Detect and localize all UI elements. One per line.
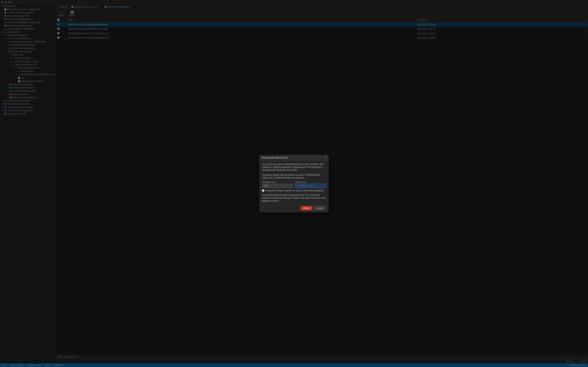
- verification-field: Verification Code:: [262, 181, 293, 188]
- confirm-input[interactable]: [295, 184, 326, 188]
- modal-close-button[interactable]: ✕: [324, 157, 326, 159]
- disable-captcha-row: Disable this "Numeric Captcha" for all f…: [262, 190, 326, 192]
- disable-captcha-checkbox[interactable]: [262, 190, 264, 192]
- modal-delete-button[interactable]: Delete: [301, 206, 312, 210]
- confirm-field: Confirm Code:: [295, 181, 326, 188]
- modal-body: Are you sure you want to delete selected…: [260, 160, 328, 202]
- modal-codes: Verification Code: Confirm Code:: [262, 181, 326, 188]
- disable-captcha-label: Disable this "Numeric Captcha" for all f…: [265, 190, 324, 192]
- modal-footer: Delete Cancel: [260, 204, 328, 212]
- confirm-label: Confirm Code:: [295, 181, 326, 183]
- verification-label: Verification Code:: [262, 181, 293, 183]
- modal-title: Delete Dead Letter Events: [262, 157, 288, 159]
- modal-overlay: Delete Dead Letter Events ✕ Are you sure…: [0, 0, 588, 367]
- modal-info-text: Items will be deleted through a backgrou…: [262, 193, 326, 202]
- modal-header: Delete Dead Letter Events ✕: [260, 155, 328, 160]
- verification-input[interactable]: [262, 184, 293, 188]
- modal-instruction: To continue, please enter the numbers yo…: [262, 174, 326, 179]
- modal-cancel-button[interactable]: Cancel: [314, 206, 326, 210]
- delete-modal: Delete Dead Letter Events ✕ Are you sure…: [259, 155, 329, 212]
- modal-warning-text: Are you sure you want to delete selected…: [262, 163, 326, 172]
